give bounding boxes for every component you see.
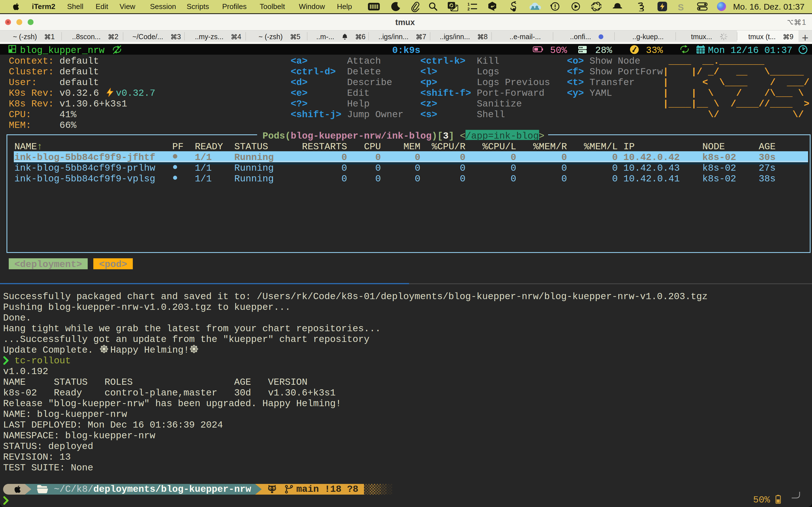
svg-text:1: 1 [467,2,470,6]
svg-text:2: 2 [467,7,470,11]
